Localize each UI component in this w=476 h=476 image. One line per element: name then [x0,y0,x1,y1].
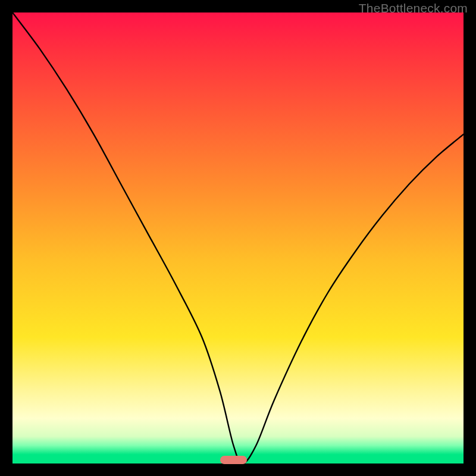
bottleneck-curve [12,12,464,464]
minimum-marker [220,456,247,464]
chart-container: TheBottleneck.com [0,0,476,476]
plot-area [12,12,464,464]
